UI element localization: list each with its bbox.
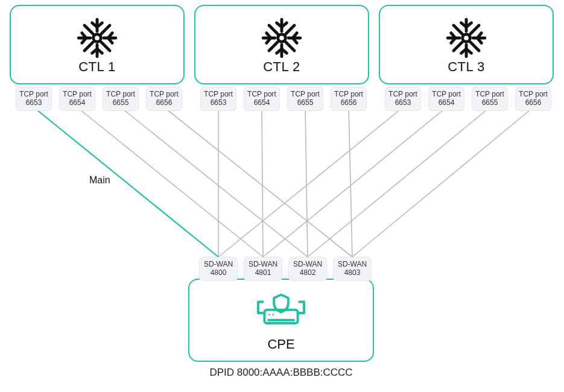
svg-line-4 bbox=[262, 107, 263, 257]
controller-box-3: CTL 3 bbox=[379, 5, 554, 84]
tcp-port-badge: TCP port6654 bbox=[59, 87, 95, 111]
sdwan-port-badge: SD-WAN4801 bbox=[244, 257, 282, 281]
svg-point-40 bbox=[268, 314, 270, 315]
main-connection-label: Main bbox=[89, 175, 110, 186]
controller-box-2: CTL 2 bbox=[194, 5, 369, 84]
tcp-port-badge: TCP port6655 bbox=[287, 87, 323, 111]
svg-line-16 bbox=[84, 25, 93, 34]
svg-line-28 bbox=[286, 42, 294, 51]
tcp-port-badge: TCP port6656 bbox=[331, 87, 367, 111]
svg-line-26 bbox=[286, 25, 294, 34]
sdwan-port-badge: SD-WAN4800 bbox=[199, 257, 238, 281]
tcp-port-badge: TCP port6655 bbox=[472, 87, 508, 111]
svg-point-29 bbox=[463, 34, 471, 42]
svg-line-5 bbox=[305, 107, 308, 257]
svg-line-18 bbox=[84, 42, 93, 51]
tcp-port-badge: TCP port6655 bbox=[103, 87, 139, 111]
sdwan-port-badge: SD-WAN4802 bbox=[288, 257, 327, 281]
cpe-label: CPE bbox=[189, 337, 373, 352]
svg-line-34 bbox=[454, 25, 462, 34]
sdwan-port-badge: SD-WAN4803 bbox=[333, 257, 372, 281]
tcp-port-badge: TCP port6654 bbox=[428, 87, 464, 111]
svg-line-6 bbox=[349, 107, 352, 257]
controller-label: CTL 2 bbox=[195, 59, 368, 75]
svg-line-1 bbox=[121, 107, 308, 257]
cpe-box: CPE bbox=[188, 279, 374, 362]
svg-line-27 bbox=[269, 42, 277, 51]
tcp-port-badge: TCP port6654 bbox=[244, 87, 280, 111]
svg-line-19 bbox=[101, 42, 110, 51]
cpe-router-icon bbox=[253, 289, 309, 332]
tcp-port-badge: TCP port6653 bbox=[200, 87, 236, 111]
svg-line-8 bbox=[263, 107, 446, 257]
main-connection-line bbox=[34, 107, 218, 257]
svg-line-36 bbox=[454, 42, 462, 51]
svg-line-9 bbox=[308, 107, 490, 257]
snowflake-icon bbox=[76, 17, 118, 59]
tcp-port-badge: TCP port6653 bbox=[16, 87, 52, 111]
svg-line-37 bbox=[471, 42, 479, 51]
svg-point-20 bbox=[278, 34, 286, 42]
svg-line-35 bbox=[471, 25, 479, 34]
svg-point-41 bbox=[272, 314, 274, 315]
diagram-stage: CTL 1TCP port6653TCP port6654TCP port665… bbox=[0, 0, 564, 392]
tcp-port-badge: TCP port6656 bbox=[146, 87, 182, 111]
controller-label: CTL 1 bbox=[11, 59, 183, 75]
svg-line-17 bbox=[101, 25, 110, 34]
snowflake-icon bbox=[261, 17, 303, 59]
tcp-port-badge: TCP port6656 bbox=[515, 87, 551, 111]
controller-box-1: CTL 1 bbox=[10, 5, 185, 84]
svg-line-2 bbox=[164, 107, 352, 257]
dpid-label: DPID 8000:AAAA:BBBB:CCCC bbox=[188, 367, 374, 379]
svg-line-25 bbox=[269, 25, 277, 34]
tcp-port-badge: TCP port6653 bbox=[385, 87, 421, 111]
svg-line-10 bbox=[352, 107, 533, 257]
svg-line-7 bbox=[218, 107, 403, 257]
snowflake-icon bbox=[445, 17, 487, 59]
svg-point-11 bbox=[93, 34, 101, 42]
controller-label: CTL 3 bbox=[380, 59, 553, 75]
